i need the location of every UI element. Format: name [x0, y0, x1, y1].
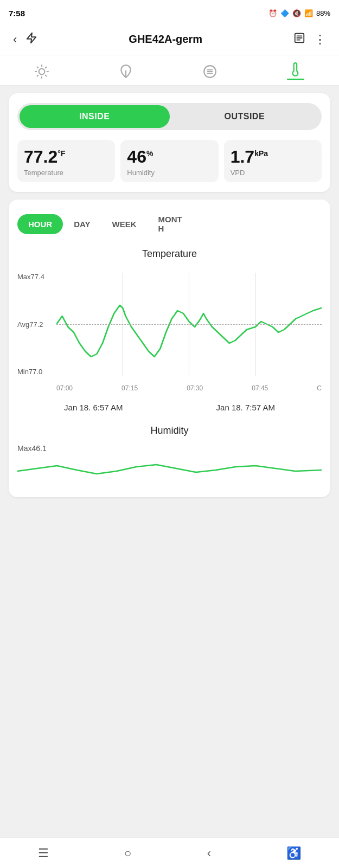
- humidity-chart-partial: [17, 455, 322, 487]
- status-bar: 7:58 ⏰ 🔷 🔇 📶 88%: [0, 0, 339, 24]
- avg-line: [56, 324, 322, 325]
- temp-chart-title: Temperature: [17, 248, 322, 260]
- humidity-chart-svg: [17, 455, 322, 487]
- status-icons: ⏰ 🔷 🔇 📶 88%: [268, 9, 330, 17]
- temperature-label: Temperature: [24, 169, 108, 177]
- tab-bar: [0, 55, 339, 86]
- svg-marker-0: [27, 33, 36, 42]
- bluetooth-icon: 🔷: [280, 9, 289, 17]
- metrics-row: 77.2°F Temperature 46% Humidity 1.7kPa V…: [17, 140, 322, 182]
- x-label-0: 07:00: [56, 384, 73, 392]
- period-selector[interactable]: HOUR DAY WEEK MONTH: [17, 209, 322, 239]
- temperature-metric: 77.2°F Temperature: [17, 140, 115, 182]
- date-end: Jan 18. 7:57 AM: [216, 403, 275, 412]
- temp-chart-area: [56, 273, 322, 376]
- period-day[interactable]: DAY: [63, 214, 101, 234]
- vpd-label: VPD: [231, 169, 315, 177]
- date-range-row: Jan 18. 6:57 AM Jan 18. 7:57 AM: [17, 397, 322, 414]
- status-time: 7:58: [9, 9, 25, 18]
- humidity-value: 46%: [127, 147, 212, 166]
- list-icon[interactable]: [289, 30, 310, 49]
- svg-line-13: [46, 67, 47, 68]
- bottom-nav: ☰ ○ ‹ ♿: [0, 838, 339, 868]
- date-start: Jan 18. 6:57 AM: [64, 403, 123, 412]
- inside-outside-toggle[interactable]: INSIDE OUTSIDE: [17, 103, 322, 130]
- temperature-value: 77.2°F: [24, 147, 108, 166]
- humidity-metric: 46% Humidity: [120, 140, 218, 182]
- mute-icon: 🔇: [292, 9, 301, 17]
- tab-sun[interactable]: [24, 62, 60, 81]
- nav-home-button[interactable]: ○: [111, 842, 144, 865]
- svg-line-12: [37, 75, 39, 76]
- more-button[interactable]: ⋮: [310, 30, 330, 49]
- app-title: GHE42A-germ: [42, 33, 289, 46]
- x-label-1: 07:15: [121, 384, 138, 392]
- x-label-3: 07:45: [252, 384, 268, 392]
- period-week[interactable]: WEEK: [101, 214, 147, 234]
- app-bar: ‹ GHE42A-germ ⋮: [0, 24, 339, 55]
- period-hour[interactable]: HOUR: [17, 214, 63, 234]
- nav-back-button[interactable]: ‹: [194, 842, 224, 865]
- x-label-2: 07:30: [187, 384, 203, 392]
- vpd-value: 1.7kPa: [231, 147, 315, 166]
- nav-menu-button[interactable]: ☰: [25, 842, 62, 865]
- humidity-max-label: Max46.1: [17, 444, 322, 453]
- tab-leaf[interactable]: [108, 62, 144, 81]
- tab-thermometer[interactable]: [276, 60, 315, 82]
- bolt-button[interactable]: [21, 30, 42, 49]
- tab-menu[interactable]: [192, 62, 228, 81]
- chart-card: HOUR DAY WEEK MONTH Temperature Max77.4 …: [9, 200, 330, 497]
- x-label-4: C: [317, 384, 322, 392]
- humidity-label: Humidity: [127, 169, 212, 177]
- inside-button[interactable]: INSIDE: [20, 105, 170, 128]
- temp-chart-container: Max77.4 Avg77.2 Min77.0 07: [17, 273, 322, 392]
- environment-card: INSIDE OUTSIDE 77.2°F Temperature 46% Hu…: [9, 93, 330, 192]
- battery-icon: 88%: [316, 9, 330, 17]
- svg-point-5: [39, 68, 45, 74]
- nav-accessibility-button[interactable]: ♿: [273, 842, 314, 865]
- chart-y-labels: Max77.4 Avg77.2 Min77.0: [17, 273, 56, 376]
- humidity-chart-title: Humidity: [17, 425, 322, 436]
- main-content: INSIDE OUTSIDE 77.2°F Temperature 46% Hu…: [0, 86, 339, 512]
- svg-line-8: [37, 67, 39, 68]
- chart-avg-label: Avg77.2: [17, 320, 56, 329]
- wifi-icon: 📶: [304, 9, 313, 17]
- period-month[interactable]: MONTH: [147, 209, 193, 239]
- svg-line-9: [46, 75, 47, 76]
- back-button[interactable]: ‹: [9, 30, 21, 49]
- chart-x-labels: 07:00 07:15 07:30 07:45 C: [56, 379, 322, 392]
- chart-max-label: Max77.4: [17, 273, 56, 281]
- chart-min-label: Min77.0: [17, 368, 56, 376]
- outside-button[interactable]: OUTSIDE: [170, 105, 320, 128]
- vpd-metric: 1.7kPa VPD: [224, 140, 322, 182]
- alarm-icon: ⏰: [268, 9, 277, 17]
